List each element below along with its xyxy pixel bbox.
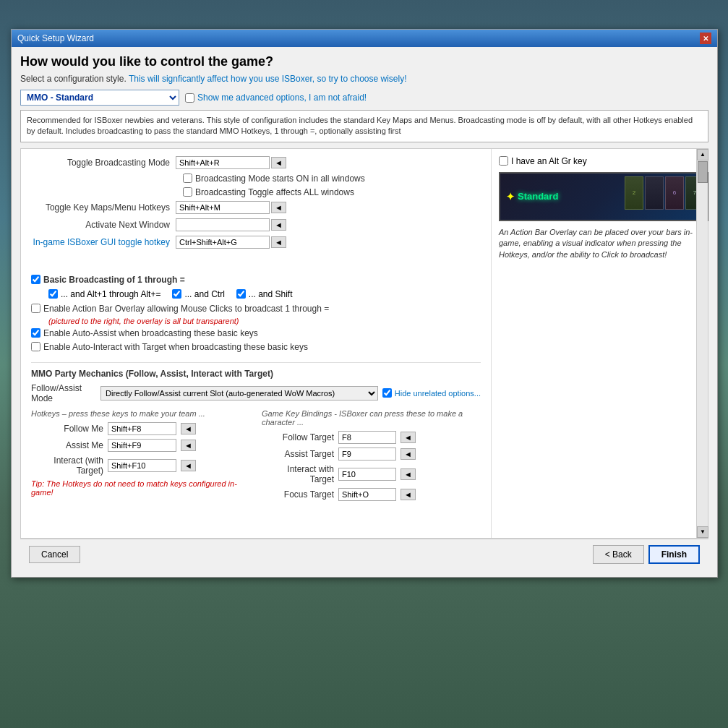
game-image-box: ✦ Standard 2 6 7 xyxy=(499,172,708,221)
interact-target-input[interactable]: Shift+F10 xyxy=(108,459,176,472)
alt-gr-checkbox[interactable] xyxy=(499,156,508,166)
focus-target-btn[interactable]: ◄ xyxy=(401,489,416,500)
broadcasting-toggle-affects-checkbox[interactable] xyxy=(183,187,192,197)
toggle-broadcasting-btn[interactable]: ◄ xyxy=(271,157,286,168)
alt-plus-item: ... and Alt+1 through Alt+= xyxy=(48,289,160,299)
assist-target-btn[interactable]: ◄ xyxy=(401,448,416,460)
alt-gr-row: I have an Alt Gr key xyxy=(499,156,701,166)
hide-unrelated-label[interactable]: Hide unrelated options... xyxy=(382,388,481,398)
toggle-keymaps-input-wrap: Shift+Alt+M ◄ xyxy=(176,201,286,214)
alt-plus-label: ... and Alt+1 through Alt+= xyxy=(61,289,160,299)
cancel-button[interactable]: Cancel xyxy=(29,546,80,563)
star-icon: ✦ xyxy=(506,191,515,202)
scroll-handle[interactable] xyxy=(698,161,708,183)
subtitle: Select a configuration style. This will … xyxy=(20,74,708,84)
follow-target-btn[interactable]: ◄ xyxy=(401,432,416,443)
shift-checkbox[interactable] xyxy=(236,289,246,299)
party-title: MMO Party Mechanics (Follow, Assist, Int… xyxy=(31,369,481,379)
advanced-checkbox[interactable] xyxy=(185,93,194,103)
activate-next-input-wrap: ◄ xyxy=(176,218,286,231)
dialog-body: How would you like to control the game? … xyxy=(12,47,717,577)
dialog-title: Quick Setup Wizard xyxy=(17,33,94,43)
finish-button[interactable]: Finish xyxy=(648,545,700,564)
game-bindings-col: Game Key Bindings - ISBoxer can press th… xyxy=(262,409,481,505)
ctrl-checkbox[interactable] xyxy=(172,289,181,299)
party-section: MMO Party Mechanics (Follow, Assist, Int… xyxy=(31,362,481,505)
overlay-italic: (pictured to the right, the overlay is a… xyxy=(48,317,481,325)
advanced-option-label[interactable]: Show me advanced options, I am not afrai… xyxy=(185,93,367,103)
activate-next-btn[interactable]: ◄ xyxy=(271,219,286,231)
interact-with-target-input[interactable]: F10 xyxy=(338,468,396,481)
activate-next-label: Activate Next Window xyxy=(31,220,176,230)
toggle-broadcasting-row: Toggle Broadcasting Mode Shift+Alt+R ◄ xyxy=(31,156,481,169)
ingame-toggle-btn[interactable]: ◄ xyxy=(271,236,286,248)
alt-gr-label: I have an Alt Gr key xyxy=(511,156,587,166)
toggle-keymaps-label: Toggle Key Maps/Menu Hotkeys xyxy=(31,202,176,213)
advanced-label-text: Show me advanced options, I am not afrai… xyxy=(197,93,367,103)
interact-with-target-row: Interact with Target F10 ◄ xyxy=(262,464,481,484)
basic-broadcasting-checkbox[interactable] xyxy=(31,275,40,284)
broadcasting-starts-on-checkbox[interactable] xyxy=(183,174,192,183)
overlay-checkbox[interactable] xyxy=(31,304,40,313)
shift-item: ... and Shift xyxy=(236,289,293,299)
ingame-toggle-label: In-game ISBoxer GUI toggle hotkey xyxy=(31,237,176,247)
follow-me-input[interactable]: Shift+F8 xyxy=(108,422,176,435)
follow-me-row: Follow Me Shift+F8 ◄ xyxy=(31,422,250,435)
focus-target-row: Focus Target Shift+O ◄ xyxy=(262,488,481,501)
hide-unrelated-text: Hide unrelated options... xyxy=(395,389,481,398)
interact-with-target-btn[interactable]: ◄ xyxy=(401,468,416,480)
interact-with-target-label: Interact with Target xyxy=(262,464,334,484)
scroll-track xyxy=(697,160,708,526)
follow-assist-select[interactable]: Directly Follow/Assist current Slot (aut… xyxy=(100,386,378,401)
assist-target-input[interactable]: F9 xyxy=(338,447,396,461)
scroll-down-arrow[interactable]: ▼ xyxy=(697,526,708,538)
broadcasting-starts-on-label: Broadcasting Mode starts ON in all windo… xyxy=(195,174,365,184)
assist-me-label: Assist Me xyxy=(31,440,103,450)
overlay-caption: An Action Bar Overlay can be placed over… xyxy=(499,227,701,260)
auto-assist-row: Enable Auto-Assist when broadcasting the… xyxy=(31,328,481,338)
assist-me-btn[interactable]: ◄ xyxy=(181,440,196,451)
follow-assist-mode-row: Follow/Assist Mode Directly Follow/Assis… xyxy=(31,383,481,403)
interact-target-label: Interact (with Target) xyxy=(31,455,103,476)
hide-unrelated-checkbox[interactable] xyxy=(382,388,392,398)
close-button[interactable]: ✕ xyxy=(700,33,711,44)
assist-me-row: Assist Me Shift+F9 ◄ xyxy=(31,439,250,452)
game-bar-3: 6 xyxy=(665,176,684,210)
toggle-keymaps-btn[interactable]: ◄ xyxy=(271,202,286,213)
config-select[interactable]: MMO - Standard MMO - Advanced RTS Custom xyxy=(20,90,179,106)
overlay-label: Enable Action Bar Overlay allowing Mouse… xyxy=(43,304,329,314)
follow-me-btn[interactable]: ◄ xyxy=(181,423,196,434)
ingame-toggle-input-wrap: Ctrl+Shift+Alt+G ◄ xyxy=(176,236,286,249)
interact-target-btn[interactable]: ◄ xyxy=(181,460,196,471)
follow-target-label: Follow Target xyxy=(262,432,334,442)
toggle-broadcasting-input[interactable]: Shift+Alt+R xyxy=(176,156,270,169)
game-bars: 2 6 7 xyxy=(625,176,704,210)
back-button[interactable]: < Back xyxy=(593,545,644,564)
activate-next-input[interactable] xyxy=(176,218,270,231)
scrollbar[interactable]: ▲ ▼ xyxy=(696,149,708,538)
auto-interact-row: Enable Auto-Interact with Target when br… xyxy=(31,342,481,352)
basic-broadcasting-label: Basic Broadcasting of 1 through = xyxy=(43,275,185,285)
shift-label: ... and Shift xyxy=(249,289,293,299)
ingame-toggle-input[interactable]: Ctrl+Shift+Alt+G xyxy=(176,236,270,249)
broadcasting-toggle-affects-row: Broadcasting Toggle affects ALL windows xyxy=(183,187,481,197)
title-bar: Quick Setup Wizard ✕ xyxy=(12,30,717,47)
basic-broadcasting-section: Basic Broadcasting of 1 through = xyxy=(31,275,481,285)
party-two-col: Hotkeys – press these keys to make your … xyxy=(31,409,481,505)
auto-interact-checkbox[interactable] xyxy=(31,342,40,351)
main-left-panel: Toggle Broadcasting Mode Shift+Alt+R ◄ B… xyxy=(21,149,491,538)
alt-plus-checkbox[interactable] xyxy=(48,289,58,299)
assist-target-label: Assist Target xyxy=(262,449,334,459)
hotkeys-header: Hotkeys – press these keys to make your … xyxy=(31,409,250,418)
focus-target-input[interactable]: Shift+O xyxy=(338,488,396,501)
toggle-keymaps-input[interactable]: Shift+Alt+M xyxy=(176,201,270,214)
follow-target-input[interactable]: F8 xyxy=(338,431,396,444)
assist-target-row: Assist Target F9 ◄ xyxy=(262,447,481,461)
toggle-broadcasting-label: Toggle Broadcasting Mode xyxy=(31,158,176,168)
assist-me-input[interactable]: Shift+F9 xyxy=(108,439,176,452)
config-row: MMO - Standard MMO - Advanced RTS Custom… xyxy=(20,90,708,106)
focus-target-label: Focus Target xyxy=(262,489,334,500)
footer: Cancel < Back Finish xyxy=(20,539,708,570)
auto-assist-checkbox[interactable] xyxy=(31,328,40,338)
scroll-up-arrow[interactable]: ▲ xyxy=(697,149,708,160)
